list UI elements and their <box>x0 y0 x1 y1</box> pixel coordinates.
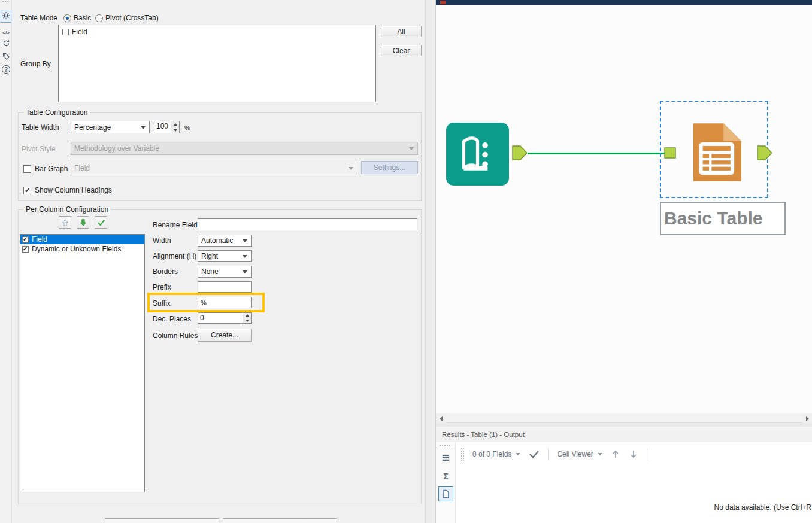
width-select[interactable]: Automatic <box>198 235 252 247</box>
tab-annotation[interactable] <box>1 53 11 62</box>
suffix-input[interactable] <box>198 297 252 308</box>
radio-basic-label[interactable]: Basic <box>74 14 91 22</box>
group-by-item-label: Field <box>72 28 87 36</box>
create-column-rule-button[interactable]: Create... <box>198 329 252 342</box>
apply-button[interactable] <box>529 450 540 458</box>
bar-graph-settings-button[interactable]: Settings... <box>361 161 418 174</box>
alignment-select[interactable]: Right <box>198 250 252 262</box>
find-next-button[interactable] <box>629 449 638 459</box>
prefix-input[interactable] <box>198 281 252 293</box>
scroll-right-button[interactable] <box>802 413 812 424</box>
alignment-label: Alignment (H) <box>153 252 196 260</box>
column-checkbox[interactable] <box>22 236 29 243</box>
tab-accent-chip <box>440 1 446 4</box>
fields-dropdown-label: 0 of 0 Fields <box>472 450 511 458</box>
rename-field-input[interactable] <box>198 218 417 230</box>
table-width-stepper[interactable]: 100 <box>154 121 180 133</box>
alteryx-window: ⋯ </> ? Table Mode Basic Pivot (CrossTab… <box>0 0 812 523</box>
dec-places-stepper[interactable]: 0 <box>198 312 252 324</box>
table-tool[interactable] <box>682 121 745 184</box>
spin-down-icon[interactable] <box>243 318 251 323</box>
clear-button[interactable]: Clear <box>381 45 422 56</box>
output-anchor[interactable] <box>757 145 772 160</box>
tab-configuration[interactable] <box>1 10 11 23</box>
show-column-headings-label[interactable]: Show Column Headings <box>35 186 112 194</box>
output-anchor[interactable] <box>512 145 528 160</box>
bar-graph-label[interactable]: Bar Graph <box>35 165 68 173</box>
chevron-down-icon <box>243 239 247 242</box>
show-column-headings-checkbox[interactable] <box>23 187 31 194</box>
anchor-square-icon <box>664 147 676 159</box>
chevron-down-icon <box>141 126 146 129</box>
input-anchor[interactable] <box>664 147 676 159</box>
message-view-button[interactable] <box>438 486 453 501</box>
spin-up-icon[interactable] <box>243 313 251 318</box>
arrow-left-icon <box>440 416 443 421</box>
tab-refresh[interactable] <box>1 39 11 49</box>
gear-icon <box>2 11 10 22</box>
create-row-rule-button[interactable]: Create Row Rule... <box>223 518 337 523</box>
scroll-left-button[interactable] <box>436 413 446 424</box>
arrow-down-icon <box>629 449 638 459</box>
column-row-field[interactable]: Field <box>20 235 144 244</box>
table-width-select[interactable]: Percentage <box>71 121 150 133</box>
spin-down-icon[interactable] <box>171 127 179 133</box>
field-checkbox[interactable] <box>62 29 69 35</box>
anchor-pentagon-icon <box>512 145 528 160</box>
check-icon <box>97 219 105 226</box>
chevron-down-icon <box>243 255 247 258</box>
suffix-label: Suffix <box>153 299 171 308</box>
select-all-button[interactable] <box>95 216 107 229</box>
grip-handle[interactable] <box>439 445 452 448</box>
table-width-value: Percentage <box>74 123 111 132</box>
dec-places-label: Dec. Places <box>153 315 191 323</box>
input-data-tool[interactable] <box>446 123 509 186</box>
code-icon: </> <box>2 30 10 35</box>
arrow-right-icon <box>806 416 809 421</box>
check-icon <box>529 450 540 458</box>
tag-icon <box>2 53 10 62</box>
fields-dropdown[interactable]: 0 of 0 Fields <box>472 450 520 458</box>
tab-help[interactable]: ? <box>1 65 11 74</box>
group-by-listbox[interactable]: Field <box>58 25 376 102</box>
table-mode-label: Table Mode <box>20 14 57 22</box>
workflow-canvas[interactable]: Basic Table Results - Table (1) - Output… <box>435 0 812 523</box>
connection-line[interactable] <box>528 153 665 154</box>
results-panel: Results - Table (1) - Output Σ <box>436 427 812 523</box>
borders-select[interactable]: None <box>198 266 252 278</box>
column-listbox[interactable]: Field Dynamic or Unknown Fields <box>20 234 145 492</box>
chevron-down-icon <box>409 147 414 150</box>
cell-viewer-label: Cell Viewer <box>557 450 593 458</box>
chevron-down-icon <box>349 167 353 170</box>
document-icon <box>441 489 450 498</box>
column-checkbox[interactable] <box>22 246 29 253</box>
dec-places-value: 0 <box>198 313 243 323</box>
cell-viewer-dropdown[interactable]: Cell Viewer <box>557 450 602 458</box>
data-view-button[interactable] <box>438 451 453 466</box>
tool-annotation[interactable]: Basic Table <box>660 202 786 235</box>
width-label: Width <box>153 236 171 245</box>
radio-basic[interactable] <box>63 14 71 22</box>
grip-handle[interactable] <box>460 448 464 461</box>
column-label: Dynamic or Unknown Fields <box>32 245 121 253</box>
column-row-dynamic[interactable]: Dynamic or Unknown Fields <box>20 244 144 254</box>
bar-graph-checkbox[interactable] <box>23 165 31 173</box>
results-toolbar: 0 of 0 Fields Cell Viewer <box>456 442 812 466</box>
all-button[interactable]: All <box>381 26 422 37</box>
radio-pivot-label[interactable]: Pivot (CrossTab) <box>105 14 159 22</box>
metadata-view-button[interactable]: Σ <box>438 469 453 484</box>
find-previous-button[interactable] <box>611 449 620 459</box>
radio-pivot-crosstab[interactable] <box>95 14 103 22</box>
list-item[interactable]: Field <box>59 27 375 37</box>
canvas-horizontal-scrollbar[interactable] <box>436 413 812 423</box>
panel-splitter[interactable] <box>425 0 435 523</box>
results-body: Σ 0 of 0 Fields <box>436 442 812 523</box>
percent-unit-label: % <box>184 124 190 132</box>
move-down-button[interactable] <box>77 216 89 229</box>
default-table-settings-button[interactable]: Default Table Settings... <box>105 518 219 523</box>
spin-up-icon[interactable] <box>171 121 179 127</box>
borders-value: None <box>201 267 219 276</box>
move-up-button[interactable] <box>59 216 71 229</box>
tab-code[interactable]: </> <box>1 28 11 37</box>
config-tool-strip: ⋯ </> ? <box>0 0 12 523</box>
